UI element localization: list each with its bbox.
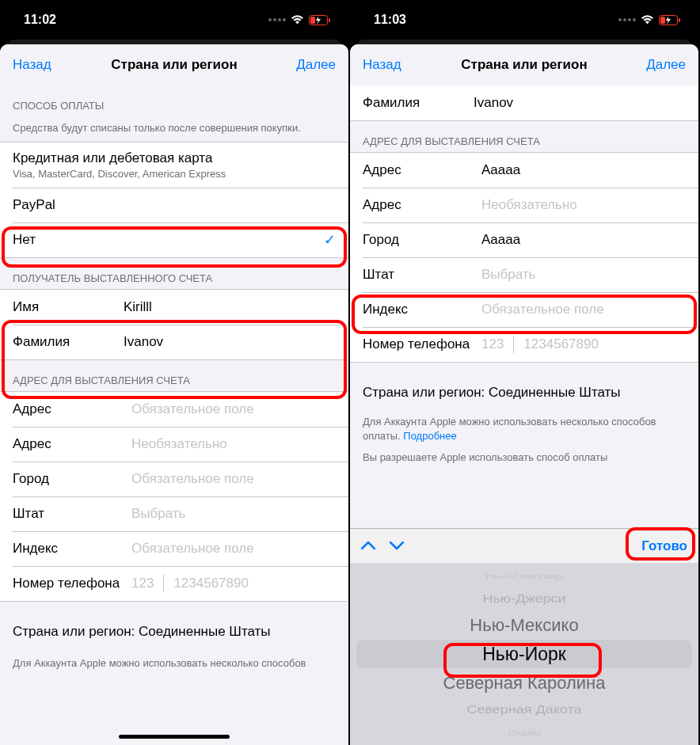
back-button[interactable]: Назад: [13, 57, 51, 73]
phone-row[interactable]: Номер телефона 123 1234567890: [0, 566, 348, 601]
billing-header: АДРЕС ДЛЯ ВЫСТАВЛЕНИЯ СЧЕТА: [0, 360, 348, 391]
zip-label: Индекс: [13, 541, 131, 557]
address2-row[interactable]: Адрес Необязательно: [350, 188, 698, 222]
last-name-label: Фамилия: [13, 334, 124, 350]
first-name-label: Имя: [13, 299, 124, 315]
address1-label: Адрес: [13, 401, 131, 417]
payment-footer: Средства будут списаны только после сове…: [0, 116, 348, 135]
address1-value[interactable]: Aaaaa: [481, 162, 686, 178]
last-name-value[interactable]: Ivanov: [474, 95, 686, 111]
state-field[interactable]: Выбрать: [481, 267, 686, 283]
nav-bar: Назад Страна или регион Далее: [350, 44, 698, 86]
more-link[interactable]: Подробнее: [403, 430, 456, 442]
city-field[interactable]: Обязательное поле: [131, 471, 336, 487]
next-button[interactable]: Далее: [296, 57, 336, 73]
zip-label: Индекс: [363, 302, 481, 317]
status-bar: 11:03: [350, 0, 698, 40]
payment-option-card[interactable]: Кредитная или дебетовая карта Visa, Mast…: [0, 143, 348, 188]
picker-item[interactable]: Огайо: [508, 726, 541, 739]
state-label: Штат: [363, 267, 481, 283]
state-field[interactable]: Выбрать: [131, 506, 336, 522]
status-time: 11:02: [24, 13, 56, 27]
zip-field[interactable]: Обязательное поле: [481, 302, 686, 317]
done-button[interactable]: Готово: [641, 538, 687, 554]
status-icons: [268, 15, 331, 25]
status-icons: [618, 15, 681, 25]
paypal-label: PayPal: [13, 197, 55, 213]
address2-field[interactable]: Необязательно: [481, 197, 686, 213]
city-value[interactable]: Aaaaa: [481, 232, 686, 248]
last-name-row[interactable]: Фамилия Ivanov: [0, 325, 348, 359]
phone-field[interactable]: 1234567890: [173, 576, 249, 591]
phone-prefix: 123: [481, 336, 504, 352]
address2-row[interactable]: Адрес Необязательно: [0, 427, 348, 462]
picker-item[interactable]: Нью-Джерси: [482, 588, 565, 609]
battery-icon: [309, 15, 331, 25]
address1-row[interactable]: Адрес Обязательное поле: [0, 392, 348, 427]
wifi-icon: [641, 15, 654, 25]
content[interactable]: Фамилия Ivanov АДРЕС ДЛЯ ВЫСТАВЛЕНИЯ СЧЕ…: [350, 86, 698, 528]
country-region[interactable]: Страна или регион: Соединенные Штаты: [0, 602, 348, 648]
phone-prefix: 123: [131, 576, 154, 591]
card-subtitle: Visa, MasterCard, Discover, American Exp…: [13, 168, 226, 180]
next-field-button[interactable]: [390, 539, 404, 553]
page-title: Страна или регион: [111, 57, 237, 73]
svg-rect-1: [310, 17, 315, 24]
payment-header: СПОСОБ ОПЛАТЫ: [0, 86, 348, 116]
last-name-row[interactable]: Фамилия Ivanov: [350, 86, 698, 120]
phone-field[interactable]: 1234567890: [523, 336, 599, 352]
city-row[interactable]: Город Aaaaa: [350, 222, 698, 257]
keyboard-accessory: Готово: [350, 528, 698, 563]
zip-row[interactable]: Индекс Обязательное поле: [350, 292, 698, 327]
phone-row[interactable]: Номер телефона 123 1234567890: [350, 327, 698, 362]
state-row[interactable]: Штат Выбрать: [0, 496, 348, 531]
picker-item[interactable]: Северная Каролина: [443, 669, 606, 697]
address1-row[interactable]: Адрес Aaaaa: [350, 153, 698, 188]
picker-item[interactable]: Нью-Гэмпшир: [485, 569, 563, 582]
checkmark-icon: ✓: [324, 231, 336, 249]
svg-rect-2: [329, 18, 330, 22]
state-row[interactable]: Штат Выбрать: [350, 257, 698, 292]
address2-field[interactable]: Необязательно: [131, 436, 336, 452]
next-button[interactable]: Далее: [646, 57, 686, 73]
payment-option-none[interactable]: Нет ✓: [0, 222, 348, 257]
picker-item-selected[interactable]: Нью-Йорк: [482, 640, 566, 669]
zip-field[interactable]: Обязательное поле: [131, 541, 336, 557]
first-name-value[interactable]: Kirilll: [124, 299, 336, 315]
state-label: Штат: [13, 506, 131, 522]
city-label: Город: [363, 232, 481, 248]
address1-field[interactable]: Обязательное поле: [131, 401, 336, 417]
status-time: 11:03: [374, 13, 406, 27]
state-picker[interactable]: Нью-Гэмпшир Нью-Джерси Нью-Мексико Нью-Й…: [350, 563, 698, 745]
payment-option-paypal[interactable]: PayPal: [0, 188, 348, 222]
payment-list: Кредитная или дебетовая карта Visa, Mast…: [0, 142, 348, 258]
picker-item[interactable]: Северная Дакота: [466, 699, 581, 720]
prev-field-button[interactable]: [361, 539, 375, 553]
first-name-row[interactable]: Имя Kirilll: [0, 290, 348, 325]
picker-item[interactable]: Нью-Мексико: [470, 611, 578, 640]
sheet: Назад Страна или регион Далее СПОСОБ ОПЛ…: [0, 44, 348, 745]
status-bar: 11:02: [0, 0, 348, 40]
country-region[interactable]: Страна или регион: Соединенные Штаты: [350, 363, 698, 409]
back-button[interactable]: Назад: [363, 57, 401, 73]
phone-right: 11:03 Назад Страна или регион Далее Фами…: [350, 0, 700, 745]
last-name-label: Фамилия: [363, 95, 474, 111]
info-footer: Для Аккаунта Apple можно использовать не…: [350, 409, 698, 443]
address2-label: Адрес: [363, 197, 481, 213]
zip-row[interactable]: Индекс Обязательное поле: [0, 531, 348, 566]
billing-header: АДРЕС ДЛЯ ВЫСТАВЛЕНИЯ СЧЕТА: [350, 121, 698, 152]
content[interactable]: СПОСОБ ОПЛАТЫ Средства будут списаны тол…: [0, 86, 348, 745]
svg-rect-5: [679, 18, 680, 22]
billing-list: Адрес Aaaaa Адрес Необязательно Город Aa…: [350, 152, 698, 363]
address2-label: Адрес: [13, 436, 131, 452]
sheet: Назад Страна или регион Далее Фамилия Iv…: [350, 44, 698, 745]
page-title: Страна или регион: [461, 57, 587, 73]
last-name-value[interactable]: Ivanov: [124, 334, 336, 350]
wifi-icon: [291, 15, 304, 25]
billing-list: Адрес Обязательное поле Адрес Необязател…: [0, 391, 348, 602]
battery-icon: [659, 15, 681, 25]
info-footer-2: Вы разрешаете Apple использовать способ …: [350, 443, 698, 465]
nav-bar: Назад Страна или регион Далее: [0, 44, 348, 86]
address1-label: Адрес: [363, 162, 481, 178]
city-row[interactable]: Город Обязательное поле: [0, 462, 348, 496]
